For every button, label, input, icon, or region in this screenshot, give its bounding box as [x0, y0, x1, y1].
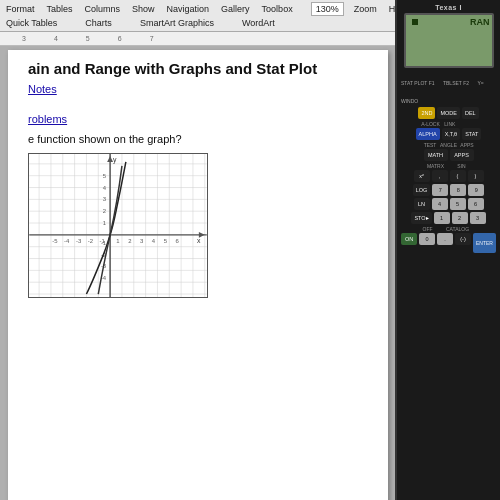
toolbar-columns[interactable]: Columns — [83, 3, 123, 15]
apps-button[interactable]: APPS — [450, 149, 474, 161]
toolbar-navigation[interactable]: Navigation — [165, 3, 212, 15]
zoom-control[interactable]: 130% — [311, 2, 344, 16]
svg-text:y: y — [113, 156, 117, 164]
toolbar-format[interactable]: Format — [4, 3, 37, 15]
calc-row-5: LOG 7 8 9 — [413, 184, 485, 196]
graph-container: y x 1 2 3 4 5 6 -1 -2 -3 -4 -5 1 2 — [28, 153, 208, 298]
toolbar-help[interactable]: Help — [387, 3, 395, 15]
on-button[interactable]: ON — [401, 233, 417, 245]
1-button[interactable]: 1 — [434, 212, 450, 224]
calc-row-6: LN 4 5 6 — [414, 198, 484, 210]
ruler: 3 4 5 6 7 — [0, 32, 395, 46]
toolbar-zoom[interactable]: Zoom — [352, 3, 379, 15]
svg-text:1: 1 — [116, 238, 119, 244]
dot-button[interactable]: . — [437, 233, 453, 245]
svg-text:x: x — [197, 237, 201, 244]
stat-plot-btn[interactable]: STAT PLOT F1 — [399, 80, 437, 86]
svg-text:2: 2 — [128, 238, 131, 244]
9-button[interactable]: 9 — [468, 184, 484, 196]
calc-row-1: 2ND MODE DEL — [418, 107, 478, 119]
2nd-button[interactable]: 2ND — [418, 107, 435, 119]
alpha-button[interactable]: ALPHA — [416, 128, 440, 140]
3-button[interactable]: 3 — [470, 212, 486, 224]
svg-text:5: 5 — [164, 238, 168, 244]
2-button[interactable]: 2 — [452, 212, 468, 224]
8-button[interactable]: 8 — [450, 184, 466, 196]
4-button[interactable]: 4 — [432, 198, 448, 210]
log-button[interactable]: LOG — [413, 184, 431, 196]
enter-button[interactable]: ENTER — [473, 233, 496, 253]
7-button[interactable]: 7 — [432, 184, 448, 196]
negate-button[interactable]: (-) — [455, 233, 471, 245]
toolbar-show[interactable]: Show — [130, 3, 157, 15]
calc-row-7: STO▸ 1 2 3 — [411, 212, 485, 224]
svg-text:-2: -2 — [88, 238, 93, 244]
wordart-group: WordArt — [240, 17, 277, 29]
sto-button[interactable]: STO▸ — [411, 212, 431, 224]
comma-button[interactable]: , — [432, 170, 448, 182]
question-text: e function shown on the graph? — [28, 133, 368, 145]
page-area: ain and Range with Graphs and Stat Plot … — [0, 46, 395, 500]
notes-link[interactable]: Notes — [28, 83, 368, 95]
ln-button[interactable]: LN — [414, 198, 430, 210]
smartart-group: SmartArt Graphics — [138, 17, 216, 29]
toolbar-toolbox[interactable]: Toolbox — [260, 3, 295, 15]
toolbar-gallery[interactable]: Gallery — [219, 3, 252, 15]
svg-text:-1: -1 — [101, 240, 106, 246]
0-button[interactable]: 0 — [419, 233, 435, 245]
document-area: Format Tables Columns Show Navigation Ga… — [0, 0, 395, 500]
calc-screen: RAN — [404, 13, 494, 68]
6-button[interactable]: 6 — [468, 198, 484, 210]
svg-text:2: 2 — [103, 208, 106, 214]
svg-text:4: 4 — [152, 238, 156, 244]
toolbar: Format Tables Columns Show Navigation Ga… — [0, 0, 395, 32]
svg-text:3: 3 — [140, 238, 144, 244]
calc-row-8: ON 0 . (-) ENTER — [401, 233, 496, 253]
svg-text:1: 1 — [103, 220, 106, 226]
svg-text:-5: -5 — [52, 238, 58, 244]
x-squared-button[interactable]: x² — [414, 170, 430, 182]
calc-row-2: ALPHA X,T,θ STAT — [416, 128, 482, 140]
window-btn[interactable]: WINDO — [399, 98, 420, 104]
calc-brand: Texas I — [435, 4, 462, 11]
calc-screen-cursor — [412, 19, 418, 25]
svg-text:-3: -3 — [76, 238, 82, 244]
toolbar-row2: Quick Tables Charts SmartArt Graphics Wo… — [4, 17, 391, 29]
paren-open-button[interactable]: ( — [450, 170, 466, 182]
calc-row-4: x² , ( ) — [414, 170, 484, 182]
page-title: ain and Range with Graphs and Stat Plot — [28, 60, 368, 77]
y-eq-btn[interactable]: Y= — [475, 80, 485, 86]
graph-svg: y x 1 2 3 4 5 6 -1 -2 -3 -4 -5 1 2 — [29, 154, 207, 297]
5-button[interactable]: 5 — [450, 198, 466, 210]
svg-text:6: 6 — [176, 238, 180, 244]
charts-group: Charts — [83, 17, 114, 29]
mode-button[interactable]: MODE — [437, 107, 460, 119]
page: ain and Range with Graphs and Stat Plot … — [8, 50, 388, 500]
del-button[interactable]: DEL — [462, 107, 479, 119]
toolbar-row1: Format Tables Columns Show Navigation Ga… — [4, 2, 391, 16]
quick-tables-group: Quick Tables — [4, 17, 59, 29]
ruler-marks: 3 4 5 6 7 — [2, 35, 393, 42]
tblset-btn[interactable]: TBLSET F2 — [441, 80, 471, 86]
toolbar-tables[interactable]: Tables — [45, 3, 75, 15]
paren-close-button[interactable]: ) — [468, 170, 484, 182]
math-button[interactable]: MATH — [424, 149, 448, 161]
calc-screen-text: RAN — [470, 17, 490, 27]
stat-plot-row: STAT PLOT F1 TBLSET F2 Y= WINDO — [399, 71, 498, 107]
problems-link[interactable]: roblems — [28, 113, 368, 125]
calculator: Texas I RAN STAT PLOT F1 TBLSET F2 Y= WI… — [395, 0, 500, 500]
calc-row-3: MATH APPS — [424, 149, 474, 161]
svg-text:-4: -4 — [64, 238, 70, 244]
stat-button[interactable]: STAT — [462, 128, 481, 140]
xt-button[interactable]: X,T,θ — [442, 128, 461, 140]
